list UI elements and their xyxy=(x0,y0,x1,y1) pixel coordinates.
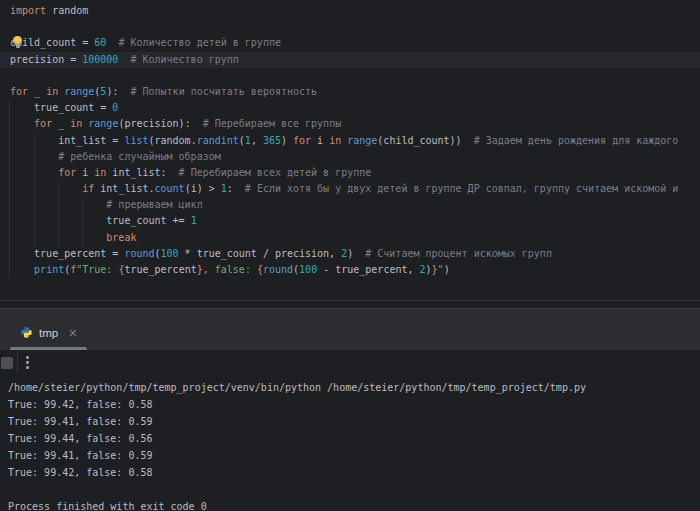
ide-window: import random child_count = 60 # Количес… xyxy=(0,0,700,511)
more-options-icon[interactable] xyxy=(26,355,29,371)
code-line: import random xyxy=(0,3,700,19)
code-line xyxy=(0,19,700,35)
code-line: int_list = list(random.randint(1, 365) f… xyxy=(0,133,700,149)
run-tab-label: tmp xyxy=(39,327,58,339)
console-line xyxy=(8,481,700,498)
console-line: /home/steier/python/tmp/temp_project/ven… xyxy=(8,379,700,396)
code-line: true_percent = round(100 * true_count / … xyxy=(0,246,700,262)
run-toolbar xyxy=(0,350,700,376)
python-icon xyxy=(20,327,33,340)
code-line: print(f"True: {true_percent}, false: {ro… xyxy=(0,262,700,278)
code-line: for _ in range(5): # Попытки посчитать в… xyxy=(0,84,700,100)
console-line: True: 99.41, false: 0.59 xyxy=(8,447,700,464)
indent-guide xyxy=(58,181,59,246)
code-line: # ребенка случайным образом xyxy=(0,149,700,165)
console-line: True: 99.42, false: 0.58 xyxy=(8,464,700,481)
run-tab-tmp[interactable]: tmp ✕ xyxy=(10,320,87,350)
console-line: True: 99.44, false: 0.56 xyxy=(8,430,700,447)
code-editor[interactable]: import random child_count = 60 # Количес… xyxy=(0,0,700,300)
run-console[interactable]: /home/steier/python/tmp/temp_project/ven… xyxy=(0,376,700,511)
indent-guide xyxy=(34,133,35,246)
code-line: for _ in range(precision): # Перебираем … xyxy=(0,116,700,132)
indent-guide xyxy=(9,100,10,278)
code-line: precision = 100000 # Количество групп xyxy=(0,52,700,68)
toolbar-divider xyxy=(17,353,18,373)
intention-bulb-icon[interactable] xyxy=(12,36,23,47)
code-line xyxy=(0,68,700,84)
code-line: if int_list.count(i) > 1: # Если хотя бы… xyxy=(0,181,700,197)
code-line: for i in int_list: # Перебираем всех дет… xyxy=(0,165,700,181)
console-line: True: 99.42, false: 0.58 xyxy=(8,396,700,413)
code-line: break xyxy=(0,230,700,246)
console-line: Process finished with exit code 0 xyxy=(8,498,700,511)
console-line: True: 99.41, false: 0.59 xyxy=(8,413,700,430)
stop-icon[interactable] xyxy=(1,357,13,369)
indent-guide xyxy=(82,197,83,246)
code-line: true_count = 0 xyxy=(0,100,700,116)
code-line: true_count += 1 xyxy=(0,213,700,229)
code-line: # прерываем цикл xyxy=(0,197,700,213)
close-tab-icon[interactable]: ✕ xyxy=(64,328,77,339)
code-line: child_count = 60 # Количество детей в гр… xyxy=(0,35,700,51)
run-tool-window-header: tmp ✕ xyxy=(0,309,700,350)
panel-splitter[interactable] xyxy=(0,300,700,309)
